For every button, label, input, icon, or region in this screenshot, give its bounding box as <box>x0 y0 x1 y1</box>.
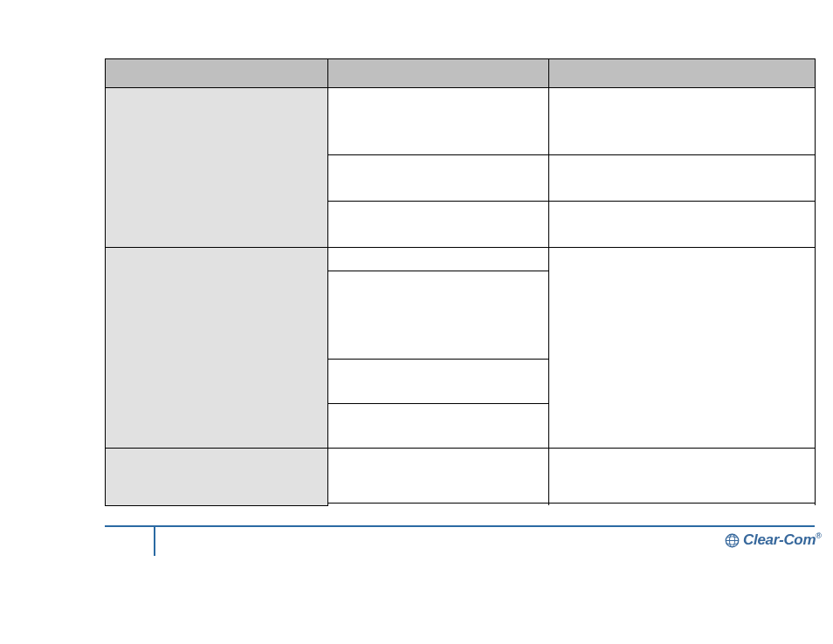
cat-1 <box>106 88 328 248</box>
table-row <box>106 88 816 155</box>
cell-2-3-c <box>328 360 549 404</box>
cell-2-4-c <box>328 404 549 449</box>
cat-2 <box>106 248 328 449</box>
th-1 <box>106 59 328 88</box>
cell-1-3-r <box>549 202 816 248</box>
cell-2-2-c <box>328 271 549 360</box>
cell-3-2-r <box>549 504 816 506</box>
table-row <box>106 449 816 504</box>
footer-rule <box>105 525 815 527</box>
cell-1-2-r <box>549 155 816 202</box>
logo-reg: ® <box>816 531 821 540</box>
cell-3-1-c <box>328 449 549 504</box>
cell-2-1-c <box>328 248 549 271</box>
cell-1-3-c <box>328 202 549 248</box>
table-header-row <box>106 59 816 88</box>
globe-icon <box>725 533 740 548</box>
cell-1-2-c <box>328 155 549 202</box>
cell-3-1-r <box>549 449 816 504</box>
specs-table <box>105 58 816 506</box>
cat-3 <box>106 449 328 506</box>
logo-word: Clear-Com <box>743 531 816 548</box>
table-row <box>106 248 816 271</box>
th-2 <box>328 59 549 88</box>
cell-1-1-c <box>328 88 549 155</box>
cell-1-1-r <box>549 88 816 155</box>
th-3 <box>549 59 816 88</box>
cell-2-r-merged <box>549 248 816 449</box>
logo-text: Clear-Com® <box>743 531 822 549</box>
footer-divider <box>154 527 155 556</box>
cell-3-2-c <box>328 504 549 506</box>
clear-com-logo: Clear-Com® <box>725 531 822 549</box>
